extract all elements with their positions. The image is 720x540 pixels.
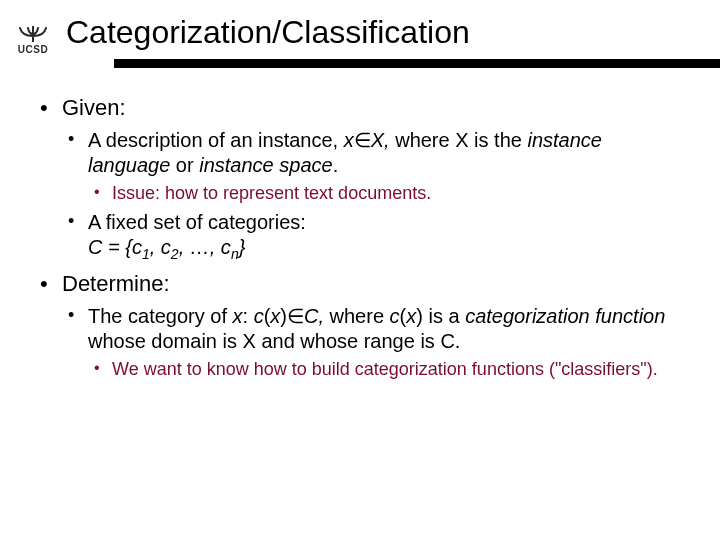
classifiers-text: We want to know how to build categorizat… [88, 358, 684, 381]
trident-icon [18, 26, 48, 42]
determine-category: The category of x: c(x)∈C, where c(x) is… [62, 304, 684, 381]
determine-sublist: The category of x: c(x)∈C, where c(x) is… [62, 304, 684, 381]
determine-sublist2: We want to know how to build categorizat… [88, 358, 684, 381]
given-categories: A fixed set of categories: C = {c1, c2, … [62, 210, 684, 260]
slide: UCSD Categorization/Classification Given… [0, 0, 720, 540]
ucsd-logo: UCSD [14, 26, 52, 55]
given-desc-sublist: Issue: how to represent text documents. [88, 182, 684, 205]
slide-content: Given: A description of an instance, x∈X… [0, 68, 720, 380]
determine-label: Determine: [62, 271, 170, 296]
title-underline [114, 59, 720, 68]
issue-text: Issue: how to represent text documents. [88, 182, 684, 205]
given-sublist: A description of an instance, x∈X, where… [62, 128, 684, 261]
logo-text: UCSD [14, 44, 52, 55]
bullet-given: Given: A description of an instance, x∈X… [36, 94, 684, 260]
bullet-list: Given: A description of an instance, x∈X… [36, 94, 684, 380]
slide-title: Categorization/Classification [60, 14, 720, 51]
bullet-determine: Determine: The category of x: c(x)∈C, wh… [36, 270, 684, 380]
given-description: A description of an instance, x∈X, where… [62, 128, 684, 205]
given-label: Given: [62, 95, 126, 120]
slide-header: UCSD Categorization/Classification [0, 0, 720, 68]
